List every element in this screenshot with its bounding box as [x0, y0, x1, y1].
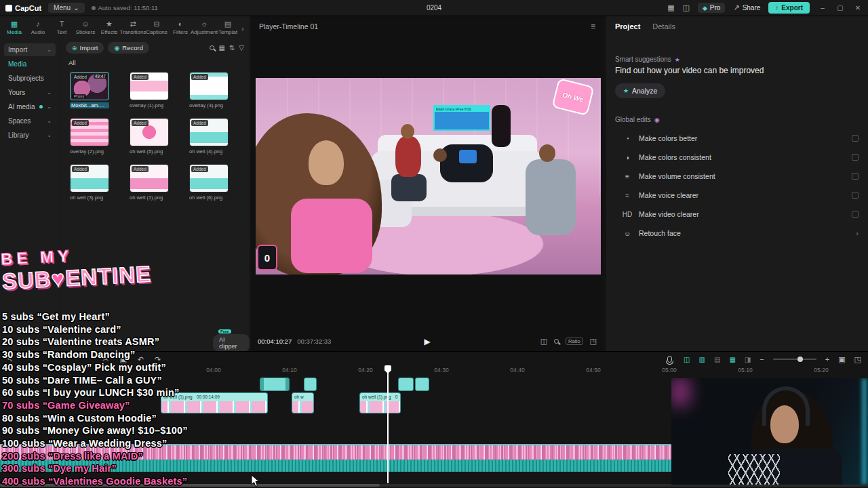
timeline-clip[interactable]	[260, 378, 290, 391]
media-thumbnail[interactable]: Added	[70, 118, 109, 146]
track-toggle-icon[interactable]: ◨	[745, 356, 751, 363]
edit-item-toggle[interactable]	[852, 211, 859, 218]
expand-timeline-icon[interactable]: ◳	[854, 355, 861, 364]
close-button[interactable]: ✕	[853, 4, 863, 12]
timeline-clip[interactable]	[398, 378, 414, 391]
ribbon-tab[interactable]: ▦ Media	[3, 18, 26, 37]
ribbon-tab[interactable]: ◐ Filters	[169, 18, 192, 37]
media-thumbnail[interactable]: Added 49:47 Proxy	[70, 72, 109, 100]
sidebar-item[interactable]: Subprojects	[4, 72, 56, 85]
zoom-out-icon[interactable]: −	[760, 355, 764, 363]
ribbon-tab[interactable]: ⊟ Captions	[145, 18, 168, 37]
ribbon-tab[interactable]: ☺ Stickers	[74, 18, 97, 37]
timeline-clip[interactable]: oh well (1).png0	[359, 392, 401, 413]
filter-icon[interactable]: ▽	[239, 44, 244, 52]
global-edit-item[interactable]: ◑ Make colors consistent	[606, 148, 868, 167]
media-item[interactable]: Added oh well (6).png	[189, 164, 229, 201]
grid-view-icon[interactable]: ▦	[218, 44, 224, 52]
global-edit-item[interactable]: ◔ Make colors better	[606, 129, 868, 148]
timeline-clip[interactable]: oh w	[292, 392, 314, 413]
export-button[interactable]: ↑ Export	[768, 2, 810, 14]
media-thumbnail[interactable]: Added	[189, 118, 229, 146]
share-button[interactable]: ↗ Share	[733, 3, 760, 12]
timeline-clip[interactable]	[304, 378, 317, 391]
global-edit-item[interactable]: HD Make video clearer	[606, 205, 868, 224]
media-thumbnail[interactable]: Added	[130, 118, 169, 146]
voiceover-mic-icon[interactable]	[667, 356, 672, 363]
select-tool-icon[interactable]: ↖	[7, 355, 13, 364]
inspector-tab[interactable]: Details	[652, 22, 675, 30]
timeline-clip[interactable]	[415, 378, 429, 391]
layout-icon[interactable]: ▦	[667, 3, 674, 12]
playhead[interactable]	[387, 367, 389, 483]
panels-icon[interactable]: ◫	[683, 3, 690, 12]
play-button[interactable]: ▶	[424, 337, 430, 346]
edit-item-toggle[interactable]	[852, 192, 859, 199]
sidebar-item[interactable]: Import ⌄	[4, 43, 56, 56]
sidebar-item[interactable]: Spaces ⌄	[4, 115, 56, 127]
import-button[interactable]: ⊕ Import	[66, 42, 104, 54]
edit-item-toggle[interactable]: ›	[856, 229, 859, 237]
media-item[interactable]: Added oh well (1).png	[130, 164, 169, 201]
sidebar-item[interactable]: Yours ⌄	[4, 86, 56, 99]
pro-badge[interactable]: ◆ Pro	[698, 3, 725, 13]
media-filter-all[interactable]: All	[60, 58, 250, 70]
ribbon-tab[interactable]: ♪ Audio	[26, 18, 50, 37]
ribbon-tab[interactable]: ☼ Adjustment	[193, 18, 216, 37]
media-item[interactable]: Added overlay (1).png	[130, 72, 169, 108]
ribbon-tab[interactable]: T Text	[50, 18, 73, 37]
edit-item-toggle[interactable]	[852, 154, 859, 161]
ai-clipper-button[interactable]: Free AI clipper	[213, 334, 250, 352]
track-toggle-icon[interactable]: ▦	[729, 356, 735, 363]
copy-tool-icon[interactable]: ▣	[119, 355, 126, 364]
sidebar-item[interactable]: AI media ⌄	[4, 100, 56, 113]
media-item[interactable]: Added overlay (2).png	[70, 118, 109, 155]
preview-zoom-icon[interactable]	[554, 339, 559, 344]
ribbon-tab[interactable]: ▤ Templat	[216, 18, 239, 37]
menu-button[interactable]: Menu ⌄	[48, 3, 84, 13]
split-tool-icon[interactable]: ✂	[102, 355, 108, 364]
sidebar-item[interactable]: Media	[4, 58, 56, 70]
split-screen-icon[interactable]: ◫	[540, 337, 547, 346]
inspector-tab[interactable]: Project	[615, 22, 640, 30]
ribbon-tab[interactable]: ★ Effects	[98, 18, 121, 37]
media-item[interactable]: Added oh well (4).png	[189, 118, 229, 155]
media-thumbnail[interactable]: Added	[130, 164, 169, 192]
media-item[interactable]: Added oh well (3).png	[70, 164, 109, 201]
media-item[interactable]: Added 49:47 Proxy MoxiSt...am.mp4	[70, 72, 109, 108]
ribbon-tab[interactable]: ⇄ Transitions	[121, 18, 144, 37]
undo-icon[interactable]: ↶	[138, 355, 144, 364]
media-thumbnail[interactable]: Added	[130, 72, 169, 100]
media-thumbnail[interactable]: Added	[189, 164, 229, 192]
track-toggle-icon[interactable]: ▥	[699, 356, 705, 363]
analyze-button[interactable]: ★ Analyze	[615, 83, 665, 98]
redo-icon[interactable]: ↷	[155, 355, 161, 364]
timeline-clip[interactable]: oh well (1).png00:00:14:09	[161, 392, 268, 413]
global-edit-item[interactable]: ☺ Retouch face ›	[606, 224, 868, 243]
global-edit-item[interactable]: ≈ Make voice clearer	[606, 186, 868, 205]
media-thumbnail[interactable]: Added	[189, 72, 229, 100]
edit-item-toggle[interactable]	[852, 135, 859, 142]
global-edit-item[interactable]: ≡ Make volume consistent	[606, 167, 868, 186]
record-button[interactable]: ◉ Record	[108, 42, 149, 54]
media-thumbnail[interactable]: Added	[70, 164, 109, 192]
ribbon-overflow-icon[interactable]: ›	[241, 24, 244, 33]
zoom-slider-knob[interactable]	[797, 357, 803, 362]
timeline-zoom-slider[interactable]	[773, 359, 816, 360]
minimize-button[interactable]: –	[818, 4, 827, 12]
edit-item-toggle[interactable]	[852, 173, 859, 180]
time-ruler[interactable]: 04:0004:1004:2004:3004:4004:5005:0005:10…	[176, 367, 859, 376]
track-toggle-icon[interactable]: ▤	[714, 356, 720, 363]
zoom-in-icon[interactable]: +	[825, 355, 829, 363]
sort-icon[interactable]: ⇅	[229, 44, 235, 52]
fullscreen-icon[interactable]: ◳	[590, 337, 597, 346]
scrollbar-thumb[interactable]	[0, 484, 380, 487]
preview-menu-icon[interactable]: ≡	[591, 22, 595, 31]
media-item[interactable]: Added oh well (5).png	[130, 118, 169, 155]
fit-timeline-icon[interactable]: ▣	[838, 355, 845, 364]
maximize-button[interactable]: ▢	[835, 4, 845, 12]
track-toggle-icon[interactable]: ◫	[684, 356, 690, 363]
sidebar-item[interactable]: Library ⌄	[4, 129, 56, 142]
search-icon[interactable]	[210, 45, 214, 50]
media-item[interactable]: Added overlay (3).png	[189, 72, 229, 108]
